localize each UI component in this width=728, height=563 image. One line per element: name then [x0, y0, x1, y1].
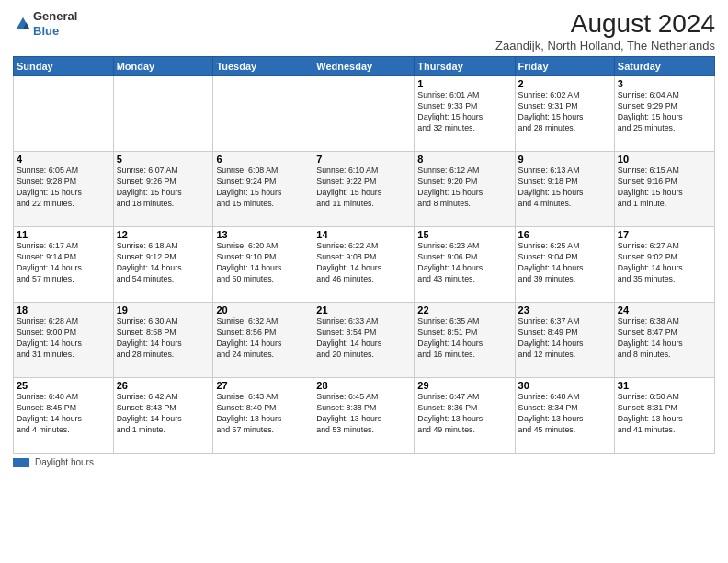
day-info: Sunrise: 6:07 AM Sunset: 9:26 PM Dayligh…	[117, 166, 210, 210]
calendar-header: Sunday Monday Tuesday Wednesday Thursday…	[14, 57, 715, 76]
day-info: Sunrise: 6:32 AM Sunset: 8:56 PM Dayligh…	[216, 316, 310, 361]
day-number: 21	[316, 304, 411, 316]
day-number: 1	[417, 78, 511, 89]
day-cell: 16Sunrise: 6:25 AM Sunset: 9:04 PM Dayli…	[515, 227, 614, 303]
col-thursday: Thursday	[415, 57, 515, 76]
day-info: Sunrise: 6:23 AM Sunset: 9:06 PM Dayligh…	[417, 241, 511, 285]
day-info: Sunrise: 6:15 AM Sunset: 9:16 PM Dayligh…	[618, 166, 711, 210]
day-number: 18	[17, 304, 110, 316]
day-number: 16	[518, 229, 611, 240]
daylight-bar-icon	[13, 458, 29, 467]
day-cell: 12Sunrise: 6:18 AM Sunset: 9:12 PM Dayli…	[113, 227, 213, 303]
day-cell: 13Sunrise: 6:20 AM Sunset: 9:10 PM Dayli…	[213, 227, 313, 303]
day-cell: 2Sunrise: 6:02 AM Sunset: 9:31 PM Daylig…	[515, 76, 614, 152]
day-number: 23	[518, 304, 611, 316]
footer: Daylight hours	[13, 457, 715, 467]
day-number: 11	[17, 229, 110, 240]
day-number: 2	[518, 78, 611, 89]
logo: General Blue	[13, 9, 77, 38]
day-cell: 29Sunrise: 6:47 AM Sunset: 8:36 PM Dayli…	[415, 378, 515, 454]
day-info: Sunrise: 6:47 AM Sunset: 8:36 PM Dayligh…	[417, 392, 511, 436]
col-friday: Friday	[515, 57, 614, 76]
day-cell: 6Sunrise: 6:08 AM Sunset: 9:24 PM Daylig…	[213, 152, 313, 227]
day-cell: 18Sunrise: 6:28 AM Sunset: 9:00 PM Dayli…	[14, 303, 114, 378]
day-info: Sunrise: 6:22 AM Sunset: 9:08 PM Dayligh…	[316, 241, 411, 285]
logo-icon	[15, 16, 31, 32]
col-wednesday: Wednesday	[313, 57, 415, 76]
col-monday: Monday	[113, 57, 213, 76]
day-number: 19	[117, 304, 210, 316]
day-number: 20	[216, 304, 310, 316]
main-title: August 2024	[495, 9, 715, 39]
day-info: Sunrise: 6:33 AM Sunset: 8:54 PM Dayligh…	[316, 316, 411, 361]
day-cell: 5Sunrise: 6:07 AM Sunset: 9:26 PM Daylig…	[113, 152, 213, 227]
day-cell: 20Sunrise: 6:32 AM Sunset: 8:56 PM Dayli…	[213, 303, 313, 378]
day-cell: 28Sunrise: 6:45 AM Sunset: 8:38 PM Dayli…	[313, 378, 415, 454]
day-info: Sunrise: 6:42 AM Sunset: 8:43 PM Dayligh…	[117, 392, 210, 436]
day-info: Sunrise: 6:04 AM Sunset: 9:29 PM Dayligh…	[618, 90, 711, 134]
col-saturday: Saturday	[614, 57, 714, 76]
calendar: Sunday Monday Tuesday Wednesday Thursday…	[13, 56, 715, 454]
day-info: Sunrise: 6:30 AM Sunset: 8:58 PM Dayligh…	[117, 316, 210, 361]
day-info: Sunrise: 6:20 AM Sunset: 9:10 PM Dayligh…	[216, 241, 310, 285]
day-number: 27	[216, 380, 310, 391]
day-cell: 8Sunrise: 6:12 AM Sunset: 9:20 PM Daylig…	[415, 152, 515, 227]
day-number: 8	[417, 154, 511, 165]
day-cell: 23Sunrise: 6:37 AM Sunset: 8:49 PM Dayli…	[515, 303, 614, 378]
day-info: Sunrise: 6:05 AM Sunset: 9:28 PM Dayligh…	[17, 166, 110, 210]
day-cell: 4Sunrise: 6:05 AM Sunset: 9:28 PM Daylig…	[14, 152, 114, 227]
logo-blue-text: Blue	[33, 24, 77, 39]
col-tuesday: Tuesday	[213, 57, 313, 76]
day-info: Sunrise: 6:01 AM Sunset: 9:33 PM Dayligh…	[417, 90, 511, 134]
week-row-4: 25Sunrise: 6:40 AM Sunset: 8:45 PM Dayli…	[14, 378, 715, 454]
day-info: Sunrise: 6:40 AM Sunset: 8:45 PM Dayligh…	[17, 392, 110, 436]
day-number: 14	[316, 229, 411, 240]
day-cell: 14Sunrise: 6:22 AM Sunset: 9:08 PM Dayli…	[313, 227, 415, 303]
day-cell: 26Sunrise: 6:42 AM Sunset: 8:43 PM Dayli…	[113, 378, 213, 454]
week-row-3: 18Sunrise: 6:28 AM Sunset: 9:00 PM Dayli…	[14, 303, 715, 378]
week-row-0: 1Sunrise: 6:01 AM Sunset: 9:33 PM Daylig…	[14, 76, 715, 152]
day-cell	[14, 76, 114, 152]
day-number: 31	[618, 380, 711, 391]
day-cell: 10Sunrise: 6:15 AM Sunset: 9:16 PM Dayli…	[614, 152, 714, 227]
footer-label: Daylight hours	[35, 457, 94, 467]
day-info: Sunrise: 6:50 AM Sunset: 8:31 PM Dayligh…	[618, 392, 711, 436]
calendar-body: 1Sunrise: 6:01 AM Sunset: 9:33 PM Daylig…	[14, 76, 715, 454]
day-number: 28	[316, 380, 411, 391]
day-cell: 15Sunrise: 6:23 AM Sunset: 9:06 PM Dayli…	[415, 227, 515, 303]
day-number: 30	[518, 380, 611, 391]
day-info: Sunrise: 6:43 AM Sunset: 8:40 PM Dayligh…	[216, 392, 310, 436]
day-number: 25	[17, 380, 110, 391]
day-info: Sunrise: 6:45 AM Sunset: 8:38 PM Dayligh…	[316, 392, 411, 436]
title-block: August 2024 Zaandijk, North Holland, The…	[495, 9, 715, 52]
week-row-1: 4Sunrise: 6:05 AM Sunset: 9:28 PM Daylig…	[14, 152, 715, 227]
day-cell: 21Sunrise: 6:33 AM Sunset: 8:54 PM Dayli…	[313, 303, 415, 378]
subtitle: Zaandijk, North Holland, The Netherlands	[495, 39, 715, 52]
day-cell: 1Sunrise: 6:01 AM Sunset: 9:33 PM Daylig…	[415, 76, 515, 152]
col-sunday: Sunday	[14, 57, 114, 76]
day-info: Sunrise: 6:08 AM Sunset: 9:24 PM Dayligh…	[216, 166, 310, 210]
day-cell	[113, 76, 213, 152]
day-cell: 9Sunrise: 6:13 AM Sunset: 9:18 PM Daylig…	[515, 152, 614, 227]
day-info: Sunrise: 6:12 AM Sunset: 9:20 PM Dayligh…	[417, 166, 511, 210]
day-number: 7	[316, 154, 411, 165]
day-cell: 7Sunrise: 6:10 AM Sunset: 9:22 PM Daylig…	[313, 152, 415, 227]
header: General Blue August 2024 Zaandijk, North…	[13, 9, 715, 52]
day-info: Sunrise: 6:28 AM Sunset: 9:00 PM Dayligh…	[17, 316, 110, 361]
day-number: 6	[216, 154, 310, 165]
day-cell: 22Sunrise: 6:35 AM Sunset: 8:51 PM Dayli…	[415, 303, 515, 378]
day-number: 5	[117, 154, 210, 165]
day-number: 10	[618, 154, 711, 165]
day-info: Sunrise: 6:02 AM Sunset: 9:31 PM Dayligh…	[518, 90, 611, 134]
day-info: Sunrise: 6:18 AM Sunset: 9:12 PM Dayligh…	[117, 241, 210, 285]
day-number: 9	[518, 154, 611, 165]
day-cell	[213, 76, 313, 152]
day-number: 29	[417, 380, 511, 391]
day-cell: 11Sunrise: 6:17 AM Sunset: 9:14 PM Dayli…	[14, 227, 114, 303]
day-cell: 25Sunrise: 6:40 AM Sunset: 8:45 PM Dayli…	[14, 378, 114, 454]
day-info: Sunrise: 6:48 AM Sunset: 8:34 PM Dayligh…	[518, 392, 611, 436]
day-number: 4	[17, 154, 110, 165]
day-cell: 17Sunrise: 6:27 AM Sunset: 9:02 PM Dayli…	[614, 227, 714, 303]
day-number: 12	[117, 229, 210, 240]
day-info: Sunrise: 6:38 AM Sunset: 8:47 PM Dayligh…	[618, 316, 711, 361]
